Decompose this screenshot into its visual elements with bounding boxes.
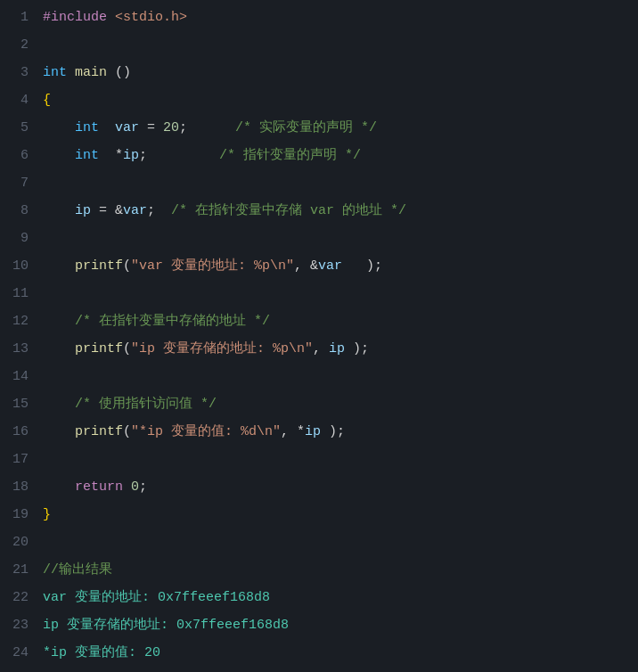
token <box>43 142 75 169</box>
line-number: 17 <box>7 446 29 473</box>
code-line <box>43 225 624 252</box>
line-number: 15 <box>7 390 29 418</box>
token: printf <box>75 335 123 363</box>
token: ; <box>139 142 219 169</box>
line-number: 13 <box>7 335 29 363</box>
token <box>43 307 75 335</box>
token: { <box>43 86 51 114</box>
token: * <box>99 142 123 169</box>
code-line: ip = &var; /* 在指针变量中存储 var 的地址 */ <box>43 197 624 225</box>
token: main <box>75 59 115 86</box>
line-number: 9 <box>7 225 29 252</box>
token: ; <box>147 197 171 225</box>
token: () <box>115 59 131 86</box>
token: int <box>75 114 99 142</box>
code-line <box>43 446 624 473</box>
token: ip 变量存储的地址: <box>43 611 176 639</box>
token: 20 <box>163 114 179 142</box>
token: ip <box>75 197 91 225</box>
token: int <box>43 59 75 86</box>
token: 0 <box>131 473 139 501</box>
line-number: 4 <box>7 86 29 114</box>
token: ); <box>321 418 345 446</box>
token: ( <box>123 252 131 280</box>
code-line: #include <stdio.h> <box>43 4 624 31</box>
token: ip <box>305 418 321 446</box>
line-number: 24 <box>7 639 29 667</box>
line-number: 20 <box>7 529 29 556</box>
line-number: 5 <box>7 114 29 142</box>
token: ); <box>345 335 369 363</box>
token: /* 使用指针访问值 */ <box>75 390 217 418</box>
line-number: 10 <box>7 252 29 280</box>
code-line: int *ip; /* 指针变量的声明 */ <box>43 142 624 169</box>
token: , <box>313 335 329 363</box>
token: printf <box>75 252 123 280</box>
token: = & <box>91 197 123 225</box>
code-line: } <box>43 501 624 529</box>
token: = <box>139 114 163 142</box>
code-line: /* 在指针变量中存储的地址 */ <box>43 307 624 335</box>
token: var 变量的地址: <box>43 584 158 611</box>
line-number: 7 <box>7 169 29 197</box>
token <box>43 418 75 446</box>
token: ); <box>342 252 382 280</box>
line-number: 19 <box>7 501 29 529</box>
line-number: 22 <box>7 584 29 611</box>
token: "*ip 变量的值: %d\n" <box>131 418 281 446</box>
code-editor: 123456789101112131415161718192021222324 … <box>0 0 638 672</box>
line-number: 6 <box>7 142 29 169</box>
token: <stdio.h> <box>115 4 187 31</box>
token: } <box>43 501 51 529</box>
token: 0x7ffeeef168d8 <box>176 611 289 639</box>
token: #include <box>43 4 115 31</box>
line-number: 3 <box>7 59 29 86</box>
code-line: ip 变量存储的地址: 0x7ffeeef168d8 <box>43 611 624 639</box>
token: /* 实际变量的声明 */ <box>235 114 377 142</box>
line-number: 21 <box>7 556 29 584</box>
line-number: 16 <box>7 418 29 446</box>
code-line: /* 使用指针访问值 */ <box>43 390 624 418</box>
token: ; <box>139 473 147 501</box>
code-lines: #include <stdio.h>int main (){ int var =… <box>43 4 638 668</box>
token: var <box>115 114 139 142</box>
code-line <box>43 363 624 390</box>
code-line: printf("var 变量的地址: %p\n", &var ); <box>43 252 624 280</box>
code-line: var 变量的地址: 0x7ffeeef168d8 <box>43 584 624 611</box>
token: /* 指针变量的声明 */ <box>219 142 361 169</box>
line-number: 11 <box>7 280 29 307</box>
token: ( <box>123 335 131 363</box>
line-number: 18 <box>7 473 29 501</box>
code-line <box>43 31 624 59</box>
code-line: return 0; <box>43 473 624 501</box>
token <box>43 335 75 363</box>
token: "var 变量的地址: %p\n" <box>131 252 294 280</box>
code-line: //输出结果 <box>43 556 624 584</box>
token: /* 在指针变量中存储 var 的地址 */ <box>171 197 406 225</box>
token: var <box>318 252 342 280</box>
token: printf <box>75 418 123 446</box>
token <box>99 114 115 142</box>
token <box>43 473 75 501</box>
token: int <box>75 142 99 169</box>
line-number: 14 <box>7 363 29 390</box>
code-line: int main () <box>43 59 624 86</box>
token: //输出结果 <box>43 556 112 584</box>
token: *ip 变量的值: <box>43 639 144 667</box>
line-number: 1 <box>7 4 29 31</box>
line-number: 8 <box>7 197 29 225</box>
code-line: printf("ip 变量存储的地址: %p\n", ip ); <box>43 335 624 363</box>
token: var <box>123 197 147 225</box>
token: /* 在指针变量中存储的地址 */ <box>75 307 270 335</box>
token <box>123 473 131 501</box>
token: , & <box>294 252 318 280</box>
code-line <box>43 280 624 307</box>
code-line <box>43 529 624 556</box>
line-numbers: 123456789101112131415161718192021222324 <box>0 4 43 668</box>
line-number: 2 <box>7 31 29 59</box>
line-number: 12 <box>7 307 29 335</box>
token: ip <box>123 142 139 169</box>
token <box>43 114 75 142</box>
token <box>43 390 75 418</box>
code-line <box>43 169 624 197</box>
